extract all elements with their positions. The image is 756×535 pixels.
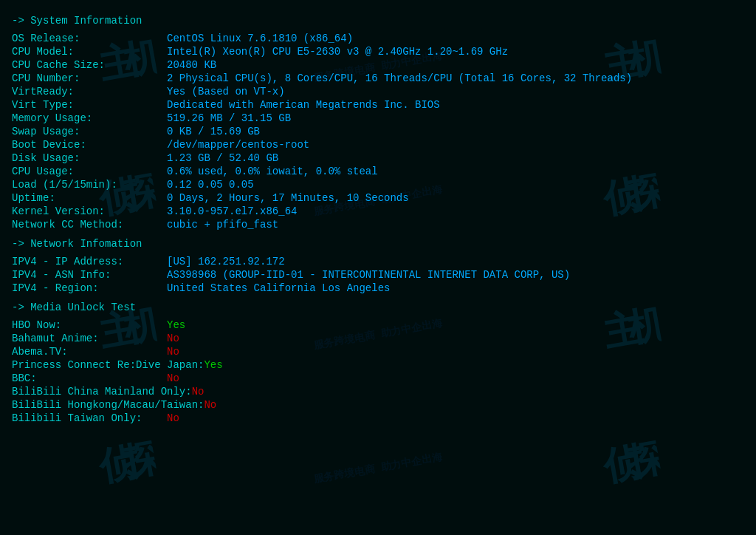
info-row: Kernel Version:3.10.0-957.el7.x86_64 — [12, 205, 744, 217]
terminal: -> System InformationOS Release:CentOS L… — [0, 0, 756, 437]
info-row: Swap Usage:0 KB / 15.69 GB — [12, 126, 744, 137]
row-label: Load (1/5/15min): — [12, 179, 167, 191]
info-row: Bilibili Taiwan Only:No — [12, 412, 744, 424]
info-row: CPU Model:Intel(R) Xeon(R) CPU E5-2630 v… — [12, 46, 744, 58]
row-value: Intel(R) Xeon(R) CPU E5-2630 v3 @ 2.40GH… — [167, 46, 508, 58]
row-label: Abema.TV: — [12, 346, 167, 358]
row-value: No — [167, 372, 179, 384]
row-value: United States California Los Angeles — [167, 282, 390, 294]
row-label: Virt Type: — [12, 99, 167, 111]
info-row: IPV4 - ASN Info:AS398968 (GROUP-IID-01 -… — [12, 269, 744, 281]
info-row: IPV4 - Region:United States California L… — [12, 282, 744, 294]
info-row: BiliBili Hongkong/Macau/Taiwan:No — [12, 399, 744, 411]
row-label: Disk Usage: — [12, 152, 167, 164]
row-label: Swap Usage: — [12, 126, 167, 137]
svg-text:侦: 侦 — [94, 440, 142, 488]
row-label: Memory Usage: — [12, 112, 167, 124]
row-label: IPV4 - IP Address: — [12, 256, 167, 268]
row-value: 0 Days, 2 Hours, 17 Minutes, 10 Seconds — [167, 192, 409, 204]
info-row: Network CC Method:cubic + pfifo_fast — [12, 219, 744, 231]
row-value: Yes (Based on VT-x) — [167, 86, 285, 98]
info-row: Princess Connect Re:Dive Japan:Yes — [12, 359, 744, 371]
row-label: CPU Cache Size: — [12, 59, 167, 71]
info-row: Abema.TV:No — [12, 346, 744, 358]
row-label: HBO Now: — [12, 319, 167, 331]
row-label: BiliBili Hongkong/Macau/Taiwan: — [12, 399, 204, 411]
info-row: Uptime:0 Days, 2 Hours, 17 Minutes, 10 S… — [12, 192, 744, 204]
row-value: CentOS Linux 7.6.1810 (x86_64) — [167, 33, 353, 44]
info-row: CPU Cache Size:20480 KB — [12, 59, 744, 71]
row-value: No — [167, 333, 179, 344]
row-value: No — [192, 386, 205, 398]
row-label: Bilibili Taiwan Only: — [12, 412, 167, 424]
section-header-media-unlock: -> Media Unlock Test — [12, 301, 744, 313]
row-label: Uptime: — [12, 192, 167, 204]
row-label: CPU Model: — [12, 46, 167, 58]
row-value: /dev/mapper/centos-root — [167, 139, 309, 151]
svg-text:探: 探 — [119, 435, 160, 484]
info-row: HBO Now:Yes — [12, 319, 744, 331]
row-label: Boot Device: — [12, 139, 167, 151]
info-row: Boot Device:/dev/mapper/centos-root — [12, 139, 744, 151]
row-label: OS Release: — [12, 33, 167, 44]
row-label: BBC: — [12, 372, 167, 384]
row-label: Princess Connect Re:Dive Japan: — [12, 359, 204, 371]
row-label: Bahamut Anime: — [12, 333, 167, 344]
row-value: 2 Physical CPU(s), 8 Cores/CPU, 16 Threa… — [167, 72, 632, 84]
row-value: Yes — [167, 319, 185, 331]
info-row: CPU Usage:0.6% used, 0.0% iowait, 0.0% s… — [12, 166, 744, 177]
row-value: Dedicated with American Megatrends Inc. … — [167, 99, 440, 111]
svg-text:侦: 侦 — [599, 440, 646, 488]
row-value: No — [204, 399, 216, 411]
info-row: Memory Usage:519.26 MB / 31.15 GB — [12, 112, 744, 124]
info-row: CPU Number:2 Physical CPU(s), 8 Cores/CP… — [12, 72, 744, 84]
row-value: cubic + pfifo_fast — [167, 219, 278, 231]
row-value: 3.10.0-957.el7.x86_64 — [167, 205, 297, 217]
row-label: IPV4 - Region: — [12, 282, 167, 294]
info-row: VirtReady:Yes (Based on VT-x) — [12, 86, 744, 98]
section-header-system-info: -> System Information — [12, 15, 744, 27]
info-row: Disk Usage:1.23 GB / 52.40 GB — [12, 152, 744, 164]
row-label: CPU Number: — [12, 72, 167, 84]
row-label: Network CC Method: — [12, 219, 167, 231]
row-value: Yes — [204, 359, 222, 371]
info-row: BBC:No — [12, 372, 744, 384]
row-value: No — [167, 412, 179, 424]
row-value: 0 KB / 15.69 GB — [167, 126, 260, 137]
row-value: 519.26 MB / 31.15 GB — [167, 112, 291, 124]
info-row: Load (1/5/15min):0.12 0.05 0.05 — [12, 179, 744, 191]
info-row: Virt Type:Dedicated with American Megatr… — [12, 99, 744, 111]
row-value: [US] 162.251.92.172 — [167, 256, 285, 268]
info-row: BiliBili China Mainland Only:No — [12, 386, 744, 398]
info-row: Bahamut Anime:No — [12, 333, 744, 344]
info-row: OS Release:CentOS Linux 7.6.1810 (x86_64… — [12, 33, 744, 44]
row-value: 0.12 0.05 0.05 — [167, 179, 254, 191]
row-value: AS398968 (GROUP-IID-01 - INTERCONTINENTA… — [167, 269, 570, 281]
row-label: Kernel Version: — [12, 205, 167, 217]
row-value: 20480 KB — [167, 59, 216, 71]
section-header-network-info: -> Network Infomation — [12, 238, 744, 250]
row-value: 0.6% used, 0.0% iowait, 0.0% steal — [167, 166, 378, 177]
row-label: BiliBili China Mainland Only: — [12, 386, 192, 398]
row-value: No — [167, 346, 179, 358]
svg-text:探: 探 — [623, 435, 664, 484]
row-label: CPU Usage: — [12, 166, 167, 177]
row-value: 1.23 GB / 52.40 GB — [167, 152, 278, 164]
row-label: IPV4 - ASN Info: — [12, 269, 167, 281]
info-row: IPV4 - IP Address:[US] 162.251.92.172 — [12, 256, 744, 268]
row-label: VirtReady: — [12, 86, 167, 98]
